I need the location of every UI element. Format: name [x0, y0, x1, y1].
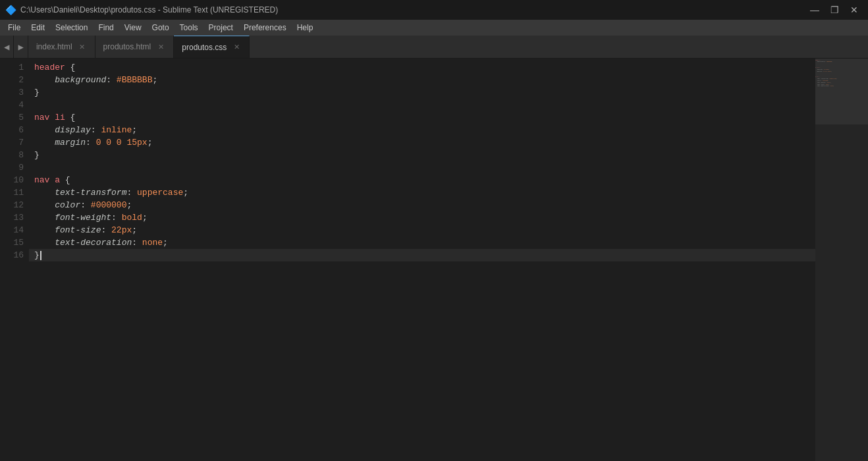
token-val-7: 0 0 0 15px [96, 136, 148, 149]
token-prop-14: font-size [55, 224, 101, 236]
line-num-1: 1 [0, 61, 24, 74]
token-prop-6: display [55, 124, 91, 136]
token-semi-14: ; [132, 224, 137, 236]
token-indent-15 [34, 236, 55, 249]
title-text: C:\Users\Danieli\Desktop\produtos.css - … [20, 5, 806, 14]
token-val-14: 22px [111, 224, 132, 236]
line-num-10: 10 [0, 174, 24, 186]
token-colon-13: : [111, 211, 122, 224]
menu-file[interactable]: File [3, 22, 26, 34]
tab-close-index[interactable]: ✕ [78, 42, 87, 51]
tab-produtos-css[interactable]: produtos.css ✕ [174, 36, 250, 58]
token-brace-8: } [34, 149, 40, 161]
token-prop-2: background [55, 74, 106, 86]
menu-edit[interactable]: Edit [26, 22, 50, 34]
token-colon-11: : [126, 186, 137, 199]
code-line-3: } [29, 86, 815, 99]
code-line-6: display: inline; [29, 124, 815, 136]
line-num-8: 8 [0, 149, 24, 161]
maximize-button[interactable]: ❐ [826, 3, 843, 16]
menu-view[interactable]: View [119, 22, 147, 34]
token-semi-7: ; [148, 136, 153, 149]
code-line-13: font-weight: bold; [29, 211, 815, 224]
line-num-12: 12 [0, 199, 24, 211]
line-num-7: 7 [0, 136, 24, 149]
token-selector-1: header [34, 61, 65, 74]
token-val-2: #BBBBBB [117, 74, 153, 86]
tab-produtos-html[interactable]: produtos.html ✕ [95, 36, 175, 58]
line-num-13: 13 [0, 211, 24, 224]
tab-index-html[interactable]: index.html ✕ [28, 36, 95, 58]
token-val-15: none [142, 236, 163, 249]
token-semi-11: ; [183, 186, 188, 199]
token-semi-2: ; [152, 74, 157, 86]
menu-help[interactable]: Help [292, 22, 319, 34]
minimap[interactable]: header { background: #BBBBBB; } nav li {… [815, 59, 868, 461]
tab-nav-forward[interactable]: ▶ [14, 36, 28, 58]
window-controls: — ❐ ✕ [806, 3, 863, 16]
close-button[interactable]: ✕ [846, 3, 863, 16]
line-num-4: 4 [0, 99, 24, 111]
menu-project[interactable]: Project [203, 22, 238, 34]
tab-close-produtos-css[interactable]: ✕ [232, 43, 241, 52]
token-indent-13 [34, 211, 55, 224]
code-line-16: } [29, 249, 815, 261]
line-num-6: 6 [0, 124, 24, 136]
token-semi-13: ; [142, 211, 148, 224]
tab-close-produtos-html[interactable]: ✕ [156, 42, 165, 51]
token-semi-12: ; [126, 199, 132, 211]
token-prop-13: font-weight [55, 211, 111, 224]
code-line-2: background: #BBBBBB; [29, 74, 815, 86]
token-prop-7: margin [55, 136, 86, 149]
token-val-11: uppercase [137, 186, 183, 199]
token-prop-11: text-transform [55, 186, 126, 199]
line-num-9: 9 [0, 161, 24, 174]
token-indent-7 [34, 136, 55, 149]
token-selector-10: nav a [34, 174, 60, 186]
code-line-1: header { [29, 61, 815, 74]
token-colon-2: : [106, 74, 117, 86]
token-brace-5: { [65, 111, 76, 124]
line-numbers: 1 2 3 4 5 6 7 8 9 10 11 12 13 14 15 16 [0, 59, 29, 461]
menu-tools[interactable]: Tools [175, 22, 203, 34]
title-bar: 🔷 C:\Users\Danieli\Desktop\produtos.css … [0, 0, 868, 20]
line-num-3: 3 [0, 86, 24, 99]
tab-label-produtos-css: produtos.css [182, 43, 227, 52]
tab-label-produtos-html: produtos.html [103, 42, 151, 51]
code-line-12: color: #000000; [29, 199, 815, 211]
line-num-16: 16 [0, 249, 24, 261]
token-indent-2 [34, 74, 55, 86]
token-semi-15: ; [163, 236, 168, 249]
code-line-10: nav a { [29, 174, 815, 186]
token-colon-12: : [80, 199, 91, 211]
menu-selection[interactable]: Selection [50, 22, 93, 34]
code-line-14: font-size: 22px; [29, 224, 815, 236]
code-line-9 [29, 161, 815, 174]
token-brace-3: } [34, 86, 40, 99]
token-prop-12: color [55, 199, 80, 211]
cursor-16 [40, 251, 41, 260]
line-num-2: 2 [0, 74, 24, 86]
code-line-11: text-transform: uppercase; [29, 186, 815, 199]
line-num-11: 11 [0, 186, 24, 199]
menu-find[interactable]: Find [93, 22, 119, 34]
token-val-6: inline [101, 124, 132, 136]
minimize-button[interactable]: — [806, 3, 823, 16]
app-icon: 🔷 [5, 5, 16, 15]
menu-goto[interactable]: Goto [147, 22, 175, 34]
code-line-7: margin: 0 0 0 15px; [29, 136, 815, 149]
token-val-13: bold [122, 211, 142, 224]
code-editor[interactable]: header { background: #BBBBBB; } nav li {… [29, 59, 815, 461]
tab-bar: ◀ ▶ index.html ✕ produtos.html ✕ produto… [0, 36, 868, 59]
token-brace-16: } [34, 249, 40, 261]
code-line-4 [29, 99, 815, 111]
token-brace-10: { [60, 174, 70, 186]
token-selector-5: nav li [34, 111, 65, 124]
tab-nav-back[interactable]: ◀ [0, 36, 14, 58]
menu-preferences[interactable]: Preferences [238, 22, 292, 34]
line-num-5: 5 [0, 111, 24, 124]
code-line-8: } [29, 149, 815, 161]
line-num-14: 14 [0, 224, 24, 236]
token-indent-14 [34, 224, 55, 236]
token-indent-12 [34, 199, 55, 211]
